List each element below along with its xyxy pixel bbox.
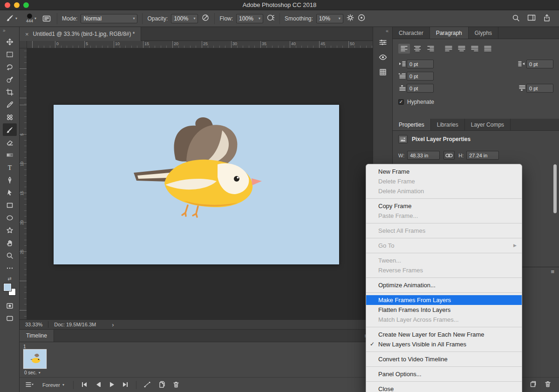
menu-item-new-layers-visible-in-all-frames[interactable]: ✓ New Layers Visible in All Frames [366,339,522,349]
pen-pressure-opacity-icon[interactable] [201,14,210,23]
toggle-brush-settings-button[interactable] [41,14,52,23]
timeline-frame-1[interactable]: 1 0 sec. ▾ [22,344,48,376]
loop-count-dropdown[interactable]: Forever ▾ [41,381,66,389]
indent-right-field[interactable]: 0 pt [526,60,553,68]
expand-panels-icon[interactable]: « [382,27,392,34]
workspace-switcher-icon[interactable] [527,14,536,23]
edit-toolbar-icon[interactable] [3,262,17,274]
menu-item-copy-frame[interactable]: Copy Frame [366,201,522,211]
indent-left-field[interactable]: 0 pt [407,60,434,68]
quick-mask-icon[interactable] [3,299,17,312]
color-swatches[interactable] [4,284,16,296]
menu-item-optimize-animation[interactable]: Optimize Animation... [366,280,522,290]
smoothing-options-gear-icon[interactable] [347,14,354,23]
screen-mode-icon[interactable] [3,312,17,324]
previous-frame-button[interactable] [95,381,102,389]
close-window-button[interactable] [5,2,10,8]
layers-panel-menu-icon[interactable]: ≡ [551,268,554,275]
frame-delay-dropdown[interactable]: 0 sec. ▾ [24,370,48,375]
tab-timeline[interactable]: Timeline [20,330,54,342]
eraser-tool[interactable] [3,136,17,149]
first-line-indent-field[interactable]: 0 pt [407,72,434,81]
next-frame-button[interactable] [122,381,129,389]
collapse-tools-icon[interactable]: » [0,27,8,35]
type-tool[interactable]: T [3,161,17,174]
justify-last-left-button[interactable] [443,44,454,54]
justify-last-center-button[interactable] [456,44,467,54]
search-icon[interactable] [512,14,520,23]
share-icon[interactable] [543,14,551,23]
tool-preset-button[interactable]: ▾ [5,13,19,24]
width-field[interactable]: 48.33 in [407,151,440,160]
panel-scrollbar[interactable] [553,164,557,213]
hand-tool[interactable] [3,237,17,249]
crop-tool[interactable] [3,86,17,98]
rectangle-shape-tool[interactable] [3,199,17,211]
gradient-tool[interactable] [3,149,17,161]
zoom-tool[interactable] [3,249,17,262]
move-tool[interactable] [3,35,17,48]
tween-button[interactable] [143,381,151,389]
smoothing-dropdown[interactable]: 10% ▾ [316,14,343,23]
minimize-window-button[interactable] [14,2,20,8]
menu-item-make-frames-from-layers[interactable]: Make Frames From Layers [366,295,522,305]
zoom-window-button[interactable] [23,2,29,8]
canvas[interactable] [27,48,373,319]
opacity-dropdown[interactable]: 100% ▾ [171,14,198,23]
swap-colors-icon[interactable]: ⇄ [7,276,11,283]
justify-last-right-button[interactable] [469,44,480,54]
quick-selection-tool[interactable] [3,73,17,86]
rectangular-marquee-tool[interactable] [3,48,17,61]
new-layer-icon[interactable] [529,380,537,390]
status-options-chevron-icon[interactable]: › [112,321,114,328]
height-field[interactable]: 27.24 in [466,151,499,160]
tab-libraries[interactable]: Libraries [431,119,465,130]
character-styles-panel-icon[interactable] [376,65,390,79]
tab-properties[interactable]: Properties [393,119,431,130]
document-tab[interactable]: × Untitled1 @ 33.3% (bird-1.jpg, RGB/8#)… [20,27,141,41]
delete-layer-trash-icon[interactable] [544,380,552,390]
brush-tool[interactable] [3,123,17,136]
ruler-origin-corner[interactable] [20,41,27,48]
ellipse-shape-tool[interactable] [3,211,17,224]
duplicate-frame-button[interactable] [158,381,165,389]
tab-character[interactable]: Character [393,27,430,39]
pen-pressure-size-icon[interactable] [357,14,366,23]
first-frame-button[interactable] [81,381,88,389]
path-selection-tool[interactable] [3,186,17,199]
align-left-button[interactable] [398,44,410,54]
pen-tool[interactable] [3,174,17,186]
healing-brush-tool[interactable] [3,111,17,123]
delete-frame-trash-icon[interactable] [172,381,180,389]
space-before-field[interactable]: 0 pt [407,84,434,93]
menu-item-panel-options[interactable]: Panel Options... [366,369,522,379]
align-center-button[interactable] [411,44,423,54]
timeline-options-icon[interactable] [25,381,34,389]
menu-item-close[interactable]: Close [366,384,522,392]
menu-item-create-new-layer-for-each-frame[interactable]: Create New Layer for Each New Frame [366,330,522,339]
document-image[interactable] [54,105,339,264]
tab-glyphs[interactable]: Glyphs [469,27,498,39]
frame-thumbnail[interactable] [23,349,47,369]
justify-all-button[interactable] [482,44,493,54]
link-dimensions-icon[interactable] [443,151,455,160]
menu-item-flatten-frames-into-layers[interactable]: Flatten Frames Into Layers [366,305,522,315]
space-after-field[interactable]: 0 pt [526,84,553,93]
hyphenate-checkbox[interactable]: ✓ [398,99,404,105]
zoom-level[interactable]: 33.33% [25,322,42,327]
tab-paragraph[interactable]: Paragraph [430,27,469,39]
custom-shape-tool[interactable] [3,224,17,237]
foreground-color-swatch[interactable] [4,284,11,291]
tab-close-icon[interactable]: × [25,31,29,38]
brush-settings-panel-icon[interactable] [376,35,390,49]
eyedropper-tool[interactable] [3,98,17,111]
lasso-tool[interactable] [3,61,17,73]
flow-dropdown[interactable]: 100% ▾ [236,14,263,23]
menu-item-new-frame[interactable]: New Frame [366,167,522,176]
align-right-button[interactable] [424,44,436,54]
play-button[interactable] [109,381,115,389]
brush-preset-picker[interactable]: 444 ▾ [22,13,38,24]
menu-item-convert-to-video-timeline[interactable]: Convert to Video Timeline [366,354,522,364]
tab-layer-comps[interactable]: Layer Comps [465,119,511,130]
clone-source-panel-icon[interactable] [376,50,390,64]
